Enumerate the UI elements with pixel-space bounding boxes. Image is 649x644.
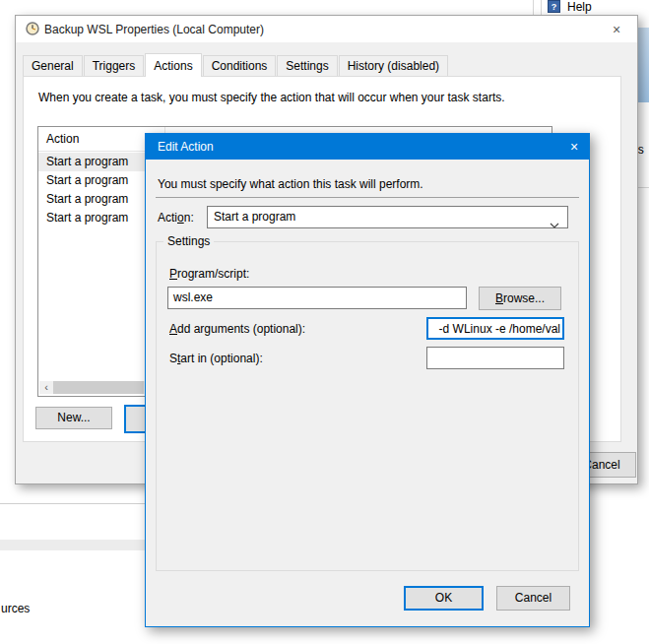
ok-button[interactable]: OK (404, 586, 484, 611)
close-icon[interactable]: × (559, 134, 589, 160)
properties-dialog-title: Backup WSL Properties (Local Computer) (44, 23, 264, 36)
program-script-label: Program/script: (169, 267, 249, 281)
add-arguments-input[interactable]: -d WLinux -e /home/val (426, 317, 564, 340)
settings-group-label: Settings (163, 234, 214, 248)
separator-line (156, 197, 579, 198)
action-dropdown[interactable]: Start a program (207, 206, 568, 228)
tab-settings[interactable]: Settings (277, 55, 337, 77)
menu-item-help[interactable]: Help (567, 0, 592, 14)
toolbar-separator (541, 0, 542, 15)
cancel-button[interactable]: Cancel (496, 586, 570, 611)
tab-general[interactable]: General (23, 55, 83, 77)
background-band (0, 540, 145, 550)
tab-conditions[interactable]: Conditions (203, 55, 277, 77)
scroll-left-icon[interactable]: ‹ (39, 381, 53, 394)
chevron-down-icon[interactable] (550, 215, 559, 235)
close-icon[interactable]: × (605, 20, 628, 39)
tab-actions[interactable]: Actions (145, 53, 201, 77)
start-in-label: Start in (optional): (169, 352, 263, 365)
add-arguments-label: Add arguments (optional): (169, 322, 305, 336)
actions-description: When you create a task, you must specify… (38, 91, 610, 104)
program-script-input[interactable]: wsl.exe (167, 287, 467, 309)
help-icon: ? (548, 0, 560, 13)
edit-action-dialog: Edit Action × You must specify what acti… (145, 133, 590, 627)
properties-titlebar: Backup WSL Properties (Local Computer) × (16, 16, 637, 42)
toolbar-separator (533, 0, 534, 15)
background-text-fragment: urces (1, 602, 30, 615)
background-divider (0, 503, 145, 504)
task-scheduler-clock-icon (26, 22, 39, 38)
add-arguments-value: -d WLinux -e /home/val (439, 320, 560, 339)
edit-action-intro: You must specify what action this task w… (158, 177, 423, 191)
edit-action-titlebar: Edit Action × (146, 134, 589, 160)
edit-action-title: Edit Action (158, 140, 214, 154)
new-button[interactable]: New... (35, 407, 112, 429)
start-in-input[interactable] (426, 347, 564, 369)
action-dropdown-value: Start a program (214, 210, 295, 224)
tab-history[interactable]: History (disabled) (339, 55, 448, 77)
tab-triggers[interactable]: Triggers (84, 55, 145, 77)
properties-tabs: General Triggers Actions Conditions Sett… (23, 55, 449, 77)
scrollbar-thumb[interactable] (53, 381, 144, 394)
browse-button[interactable]: Browse... (479, 287, 561, 310)
action-label: Action: (158, 211, 194, 225)
